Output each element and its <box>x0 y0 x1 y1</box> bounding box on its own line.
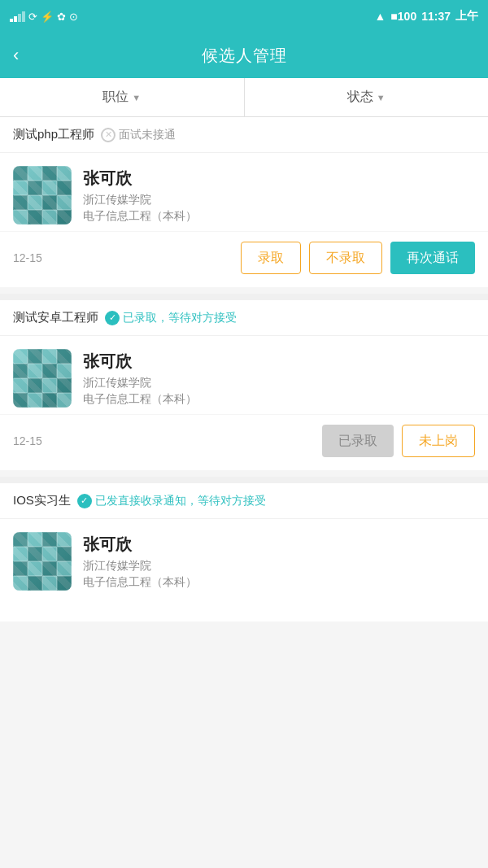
btn-group-2: 已录取 未上岗 <box>59 425 475 457</box>
position-filter-arrow: ▼ <box>132 93 141 103</box>
signal-icon <box>10 11 25 22</box>
candidate-details-3: 张可欣 浙江传媒学院 电子信息工程（本科） <box>83 534 475 590</box>
date-label-1: 12-15 <box>13 251 50 264</box>
candidate-card-1: 测试php工程师 ✕ 面试未接通 张可欣 浙江传媒学院 电子信息工程（本科） 1… <box>0 117 488 287</box>
candidate-name-1: 张可欣 <box>83 168 475 190</box>
candidate-details-1: 张可欣 浙江传媒学院 电子信息工程（本科） <box>83 168 475 224</box>
wifi-icon: ⟳ <box>28 11 37 23</box>
section-header-3: IOS实习生 ✓ 已发直接收录通知，等待对方接受 <box>0 483 488 519</box>
avatar-3 <box>13 532 72 591</box>
date-label-2: 12-15 <box>13 434 50 447</box>
section-header-2: 测试安卓工程师 ✓ 已录取，等待对方接受 <box>0 300 488 336</box>
reject-button-1[interactable]: 不录取 <box>309 242 382 274</box>
status-filter-label: 状态 <box>347 89 373 106</box>
accept-button-1[interactable]: 录取 <box>241 242 301 274</box>
position-filter-button[interactable]: 职位 ▼ <box>0 78 245 116</box>
app-icon: ✿ <box>57 11 66 23</box>
candidate-school-2: 浙江传媒学院 <box>83 376 475 390</box>
time-display: 11:37 <box>421 10 451 23</box>
filter-bar: 职位 ▼ 状态 ▼ <box>0 78 488 117</box>
candidate-card-2: 测试安卓工程师 ✓ 已录取，等待对方接受 张可欣 浙江传媒学院 电子信息工程（本… <box>0 300 488 470</box>
status-text-2: 已录取，等待对方接受 <box>123 311 237 325</box>
page-title: 候选人管理 <box>202 45 287 67</box>
candidate-info-3: 张可欣 浙江传媒学院 电子信息工程（本科） <box>0 519 488 597</box>
not-started-button-2[interactable]: 未上岗 <box>402 425 475 457</box>
status-text-1: 面试未接通 <box>119 128 176 142</box>
recall-button-1[interactable]: 再次通话 <box>390 242 475 274</box>
status-x-icon-1: ✕ <box>101 128 115 142</box>
status-badge-1: ✕ 面试未接通 <box>101 128 176 142</box>
candidate-name-3: 张可欣 <box>83 534 475 556</box>
status-filter-arrow: ▼ <box>377 93 386 103</box>
section-header-1: 测试php工程师 ✕ 面试未接通 <box>0 117 488 153</box>
candidate-details-2: 张可欣 浙江传媒学院 电子信息工程（本科） <box>83 351 475 407</box>
candidate-info-2: 张可欣 浙江传媒学院 电子信息工程（本科） <box>0 336 488 414</box>
candidate-info-1: 张可欣 浙江传媒学院 电子信息工程（本科） <box>0 153 488 231</box>
usb-icon: ⚡ <box>41 11 54 23</box>
battery-indicator: ■100 <box>390 10 416 23</box>
status-badge-3: ✓ 已发直接收录通知，等待对方接受 <box>77 494 266 508</box>
avatar-2 <box>13 349 72 408</box>
status-bar: ⟳ ⚡ ✿ ⊙ ▲ ■100 11:37 上午 <box>0 0 488 33</box>
accepted-button-2[interactable]: 已录取 <box>322 425 394 457</box>
upload-icon: ⊙ <box>69 11 78 23</box>
header: ‹ 候选人管理 <box>0 33 488 78</box>
action-row-2: 12-15 已录取 未上岗 <box>0 414 488 470</box>
status-badge-2: ✓ 已录取，等待对方接受 <box>105 311 237 325</box>
divider-1 <box>0 294 488 300</box>
candidate-school-1: 浙江传媒学院 <box>83 193 475 207</box>
divider-2 <box>0 477 488 483</box>
position-title-2: 测试安卓工程师 <box>13 310 98 325</box>
avatar-1 <box>13 166 72 225</box>
status-check-icon-3: ✓ <box>77 494 92 508</box>
back-button[interactable]: ‹ <box>13 46 19 64</box>
ampm-display: 上午 <box>455 9 478 24</box>
action-row-1: 12-15 录取 不录取 再次通话 <box>0 231 488 287</box>
position-filter-label: 职位 <box>102 89 129 106</box>
position-title-3: IOS实习生 <box>13 493 71 508</box>
status-bar-right: ▲ ■100 11:37 上午 <box>375 9 479 24</box>
btn-group-1: 录取 不录取 再次通话 <box>59 242 475 274</box>
candidate-major-3: 电子信息工程（本科） <box>83 575 475 590</box>
status-bar-left: ⟳ ⚡ ✿ ⊙ <box>10 11 78 23</box>
candidate-name-2: 张可欣 <box>83 351 475 373</box>
candidate-major-2: 电子信息工程（本科） <box>83 392 475 407</box>
status-filter-button[interactable]: 状态 ▼ <box>245 78 489 116</box>
status-text-3: 已发直接收录通知，等待对方接受 <box>95 494 266 508</box>
candidate-major-1: 电子信息工程（本科） <box>83 209 475 224</box>
status-check-icon-2: ✓ <box>105 311 120 325</box>
wifi-signal-icon: ▲ <box>375 10 386 23</box>
position-title-1: 测试php工程师 <box>13 127 94 142</box>
candidate-school-3: 浙江传媒学院 <box>83 559 475 574</box>
candidate-card-3: IOS实习生 ✓ 已发直接收录通知，等待对方接受 张可欣 浙江传媒学院 电子信息… <box>0 483 488 622</box>
